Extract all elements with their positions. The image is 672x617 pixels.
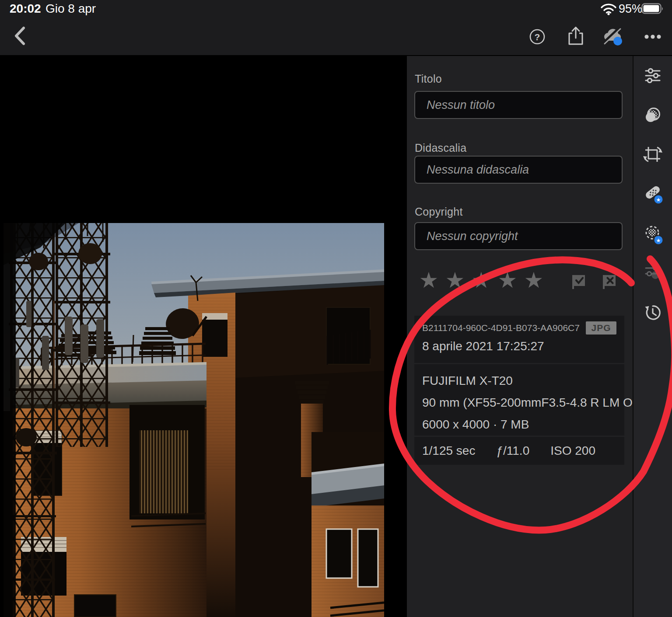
photo-view[interactable]	[0, 56, 407, 617]
flag-pick-icon	[570, 273, 587, 292]
lightroom-info-screen: 20:02 Gio 8 apr 95%	[0, 0, 672, 617]
title-input[interactable]	[414, 91, 623, 119]
wifi-icon	[600, 3, 617, 15]
flag-reject-icon	[600, 273, 618, 292]
format-badge: JPG	[586, 321, 616, 335]
share-button[interactable]	[565, 25, 586, 46]
back-button[interactable]	[10, 25, 32, 46]
history-clock-icon	[642, 302, 663, 323]
capture-datetime: 8 aprile 2021 17:25:27	[422, 339, 544, 353]
share-icon	[565, 25, 586, 46]
masking-button[interactable]: ★	[642, 223, 663, 244]
chevron-left-icon	[10, 25, 32, 46]
info-panel: Titolo Didascalia Copyright ★ ★ ★ ★ ★	[407, 56, 633, 617]
flag-reject-button[interactable]	[600, 273, 618, 292]
file-info-group: B2111704-960C-4D91-B073-AA906C7E6001-...…	[414, 316, 624, 363]
star-4[interactable]: ★	[494, 268, 521, 292]
sliders-dimmed-icon	[642, 261, 663, 282]
caption-input[interactable]	[414, 156, 623, 184]
star-1[interactable]: ★	[416, 268, 442, 292]
masking-icon: ★	[642, 223, 663, 244]
tool-rail: ★ ★	[634, 56, 672, 617]
copyright-label: Copyright	[415, 206, 463, 218]
iso-value: ISO 200	[550, 444, 595, 458]
image-dimensions: 6000 x 4000 · 7 MB	[422, 414, 624, 436]
healing-brush-button[interactable]: ★	[642, 183, 663, 204]
status-date: Gio 8 apr	[46, 2, 96, 16]
help-button[interactable]: ?	[527, 26, 548, 47]
caption-label: Didascalia	[415, 142, 466, 154]
exposure-group: 1/125 sec ƒ/11.0 ISO 200	[414, 437, 624, 465]
sync-status-dot	[613, 37, 622, 45]
camera-info-group: FUJIFILM X-T20 90 mm (XF55-200mmF3.5-4.8…	[414, 364, 624, 436]
crop-rotate-icon	[642, 144, 663, 165]
battery-percent: 95%	[619, 2, 642, 16]
more-options-button[interactable]	[641, 26, 662, 47]
cloud-sync-off-icon	[601, 25, 624, 46]
history-button[interactable]	[642, 302, 663, 323]
shutter-speed: 1/125 sec	[422, 444, 475, 458]
cloud-sync-off-button[interactable]	[601, 25, 622, 46]
battery-icon	[641, 3, 664, 14]
flag-pick-button[interactable]	[570, 273, 587, 292]
premium-star-glyph: ★	[656, 237, 661, 244]
star-rating: ★ ★ ★ ★ ★	[416, 268, 547, 292]
star-3[interactable]: ★	[468, 268, 494, 292]
top-bar: 20:02 Gio 8 apr 95%	[0, 0, 672, 56]
photo-building-sunset	[0, 56, 407, 617]
filename: B2111704-960C-4D91-B073-AA906C7E6001-...	[422, 323, 580, 333]
star-5[interactable]: ★	[521, 268, 547, 292]
question-glyph: ?	[535, 32, 540, 42]
copyright-input[interactable]	[414, 222, 623, 250]
aperture: ƒ/11.0	[496, 444, 529, 458]
title-label: Titolo	[415, 73, 442, 85]
ellipsis-icon	[641, 26, 664, 47]
healing-bandaid-icon: ★	[642, 183, 663, 204]
versions-button[interactable]	[642, 261, 663, 282]
file-info-card: B2111704-960C-4D91-B073-AA906C7E6001-...…	[414, 316, 624, 465]
crop-rotate-button[interactable]	[642, 144, 663, 165]
halftone-circle-icon	[642, 105, 663, 125]
lens-info: 90 mm (XF55-200mmF3.5-4.8 R LM OIS)	[422, 392, 624, 414]
premium-star-glyph: ★	[656, 197, 661, 203]
star-2[interactable]: ★	[442, 268, 468, 292]
sliders-icon	[642, 65, 663, 86]
presets-button[interactable]	[642, 105, 663, 125]
camera-model: FUJIFILM X-T20	[422, 370, 624, 392]
status-time: 20:02	[10, 2, 41, 16]
edit-sliders-button[interactable]	[642, 65, 663, 86]
question-circle-icon: ?	[527, 26, 548, 47]
